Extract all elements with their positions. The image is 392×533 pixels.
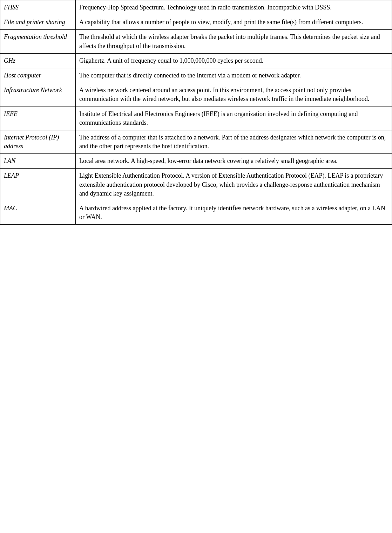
definition-cell: A wireless network centered around an ac… (76, 83, 392, 107)
term-cell: FHSS (0, 0, 76, 15)
definition-cell: The address of a computer that is attach… (76, 130, 392, 153)
table-row: File and printer sharingA capability tha… (0, 15, 392, 30)
term-cell: LEAP (0, 169, 76, 201)
table-row: Fragmentation thresholdThe threshold at … (0, 30, 392, 53)
definition-cell: Institute of Electrical and Electronics … (76, 107, 392, 130)
term-cell: IEEE (0, 107, 76, 130)
definition-cell: Frequency-Hop Spread Spectrum. Technolog… (76, 0, 392, 15)
term-cell: GHz (0, 53, 76, 68)
definition-cell: Light Extensible Authentication Protocol… (76, 169, 392, 201)
table-row: MACA hardwired address applied at the fa… (0, 201, 392, 225)
term-cell: Internet Protocol (IP) address (0, 130, 76, 153)
definition-cell: The threshold at which the wireless adap… (76, 30, 392, 53)
term-cell: MAC (0, 201, 76, 225)
definition-cell: A hardwired address applied at the facto… (76, 201, 392, 225)
term-cell: LAN (0, 154, 76, 169)
term-cell: Fragmentation threshold (0, 30, 76, 53)
glossary-table: FHSSFrequency-Hop Spread Spectrum. Techn… (0, 0, 392, 225)
term-cell: File and printer sharing (0, 15, 76, 30)
definition-cell: A capability that allows a number of peo… (76, 15, 392, 30)
table-row: LEAPLight Extensible Authentication Prot… (0, 169, 392, 201)
table-row: Infrastructure NetworkA wireless network… (0, 83, 392, 107)
table-row: GHzGigahertz. A unit of frequency equal … (0, 53, 392, 68)
table-row: Internet Protocol (IP) addressThe addres… (0, 130, 392, 153)
table-row: Host computerThe computer that is direct… (0, 68, 392, 83)
table-row: FHSSFrequency-Hop Spread Spectrum. Techn… (0, 0, 392, 15)
term-cell: Infrastructure Network (0, 83, 76, 107)
definition-cell: Gigahertz. A unit of frequency equal to … (76, 53, 392, 68)
definition-cell: Local area network. A high-speed, low-er… (76, 154, 392, 169)
definition-cell: The computer that is directly connected … (76, 68, 392, 83)
table-row: IEEEInstitute of Electrical and Electron… (0, 107, 392, 130)
term-cell: Host computer (0, 68, 76, 83)
table-row: LANLocal area network. A high-speed, low… (0, 154, 392, 169)
